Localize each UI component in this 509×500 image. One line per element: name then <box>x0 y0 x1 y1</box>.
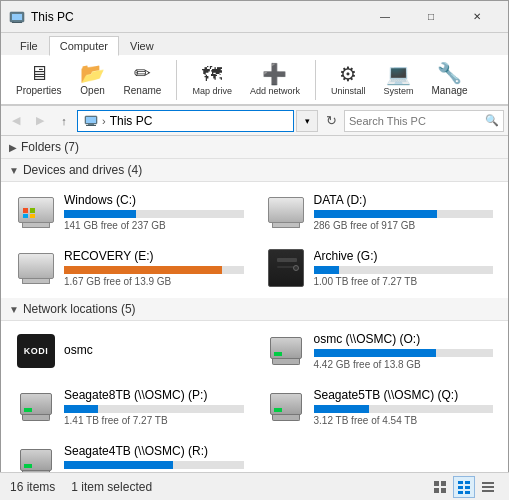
maximize-button[interactable]: □ <box>408 1 454 33</box>
svg-rect-10 <box>434 488 439 493</box>
title-bar: This PC — □ ✕ <box>1 1 508 33</box>
back-button[interactable]: ◀ <box>5 110 27 132</box>
system-props-label: System <box>383 86 413 96</box>
ribbon: File Computer View 🖥 Properties 📂 Open ✏… <box>1 33 508 106</box>
svg-rect-8 <box>434 481 439 486</box>
drive-name-kodi: osmc <box>64 343 244 357</box>
drive-info-p: Seagate8TB (\\OSMC) (P:) 1.41 TB free of… <box>64 388 244 426</box>
folders-section-header[interactable]: ▶ Folders (7) <box>1 136 508 159</box>
drive-icon-e <box>16 251 56 285</box>
drive-icon-g <box>266 251 306 285</box>
devices-chevron: ▼ <box>9 165 19 176</box>
status-item-count: 16 items <box>10 480 55 494</box>
address-dropdown[interactable]: ▾ <box>296 110 318 132</box>
drive-name-r: Seagate4TB (\\OSMC) (R:) <box>64 444 244 458</box>
tab-view[interactable]: View <box>119 35 165 55</box>
svg-rect-13 <box>465 481 470 484</box>
drive-bar-bg-g <box>314 266 494 274</box>
properties-label: Properties <box>16 85 62 96</box>
rename-label: Rename <box>124 85 162 96</box>
uninstall-button[interactable]: ⚙ Uninstall <box>324 60 373 100</box>
status-selected: 1 item selected <box>71 480 413 494</box>
system-props-button[interactable]: 💻 System <box>376 60 420 100</box>
rename-button[interactable]: ✏ Rename <box>117 59 169 100</box>
drive-free-p: 1.41 TB free of 7.27 TB <box>64 415 244 426</box>
svg-rect-14 <box>458 486 463 489</box>
drive-bar-bg-r <box>64 461 244 469</box>
network-seagate5-q[interactable]: Seagate5TB (\\OSMC) (Q:) 3.12 TB free of… <box>259 381 501 433</box>
close-button[interactable]: ✕ <box>454 1 500 33</box>
drive-bar-fill-e <box>64 266 222 274</box>
address-bar: ◀ ▶ ↑ › This PC ▾ ↻ 🔍 <box>1 106 508 136</box>
drive-bar-fill-d <box>314 210 438 218</box>
drive-icon-kodi: KODI <box>16 334 56 368</box>
drive-name-q: Seagate5TB (\\OSMC) (Q:) <box>314 388 494 402</box>
drive-windows-c[interactable]: Windows (C:) 141 GB free of 237 GB <box>9 186 251 238</box>
svg-rect-17 <box>465 491 470 494</box>
ribbon-sep-1 <box>176 60 177 100</box>
devices-section-header[interactable]: ▼ Devices and drives (4) <box>1 159 508 182</box>
drive-bar-fill-q <box>314 405 370 413</box>
folders-chevron: ▶ <box>9 142 17 153</box>
search-box[interactable]: 🔍 <box>344 110 504 132</box>
drive-info-c: Windows (C:) 141 GB free of 237 GB <box>64 193 244 231</box>
drive-data-d[interactable]: DATA (D:) 286 GB free of 917 GB <box>259 186 501 238</box>
drive-name-g: Archive (G:) <box>314 249 494 263</box>
add-network-button[interactable]: ➕ Add network <box>243 60 307 100</box>
drive-icon-p <box>16 390 56 424</box>
network-label: Network locations (5) <box>23 302 136 316</box>
tab-computer[interactable]: Computer <box>49 36 119 56</box>
network-seagate4-r[interactable]: Seagate4TB (\\OSMC) (R:) 1.43 TB free of… <box>9 437 251 474</box>
tab-file[interactable]: File <box>9 35 49 55</box>
minimize-button[interactable]: — <box>362 1 408 33</box>
properties-button[interactable]: 🖥 Properties <box>9 59 69 100</box>
drive-name-o: osmc (\\OSMC) (O:) <box>314 332 494 346</box>
drive-archive-g[interactable]: Archive (G:) 1.00 TB free of 7.27 TB <box>259 242 501 294</box>
network-osmc-o[interactable]: osmc (\\OSMC) (O:) 4.42 GB free of 13.8 … <box>259 325 501 377</box>
drive-free-g: 1.00 TB free of 7.27 TB <box>314 276 494 287</box>
drive-icon-r <box>16 446 56 474</box>
search-icon: 🔍 <box>485 114 499 127</box>
ribbon-sep-2 <box>315 60 316 100</box>
up-button[interactable]: ↑ <box>53 110 75 132</box>
svg-rect-15 <box>465 486 470 489</box>
devices-label: Devices and drives (4) <box>23 163 142 177</box>
kodi-logo: KODI <box>17 334 55 368</box>
refresh-button[interactable]: ↻ <box>320 110 342 132</box>
address-input[interactable]: › This PC <box>77 110 294 132</box>
network-seagate8-p[interactable]: Seagate8TB (\\OSMC) (P:) 1.41 TB free of… <box>9 381 251 433</box>
view-large-icons-button[interactable] <box>429 476 451 498</box>
add-network-label: Add network <box>250 86 300 96</box>
drive-free-d: 286 GB free of 917 GB <box>314 220 494 231</box>
drive-free-q: 3.12 TB free of 4.54 TB <box>314 415 494 426</box>
ribbon-tabs: File Computer View <box>1 33 508 55</box>
open-button[interactable]: 📂 Open <box>73 59 113 100</box>
drive-bar-fill-p <box>64 405 98 413</box>
manage-button[interactable]: 🔧 Manage <box>424 59 474 100</box>
drive-icon-q <box>266 390 306 424</box>
drive-bar-fill-g <box>314 266 339 274</box>
large-icons-icon <box>433 480 447 494</box>
map-drive-button[interactable]: 🗺 Map drive <box>185 60 239 100</box>
network-osmc-kodi[interactable]: KODI osmc <box>9 325 251 377</box>
uninstall-icon: ⚙ <box>339 64 357 84</box>
svg-rect-19 <box>482 486 494 488</box>
view-details-button[interactable] <box>477 476 499 498</box>
svg-rect-11 <box>441 488 446 493</box>
forward-button[interactable]: ▶ <box>29 110 51 132</box>
ribbon-content: 🖥 Properties 📂 Open ✏ Rename 🗺 Map drive… <box>1 55 508 105</box>
properties-icon: 🖥 <box>29 63 49 83</box>
drive-bar-bg-e <box>64 266 244 274</box>
drive-info-g: Archive (G:) 1.00 TB free of 7.27 TB <box>314 249 494 287</box>
map-drive-label: Map drive <box>192 86 232 96</box>
drive-bar-fill-o <box>314 349 436 357</box>
network-section-header[interactable]: ▼ Network locations (5) <box>1 298 508 321</box>
network-chevron: ▼ <box>9 304 19 315</box>
search-input[interactable] <box>349 115 485 127</box>
svg-rect-12 <box>458 481 463 484</box>
drive-icon-c <box>16 195 56 229</box>
drive-icon-o <box>266 334 306 368</box>
window-title: This PC <box>31 10 362 24</box>
drive-recovery-e[interactable]: RECOVERY (E:) 1.67 GB free of 13.9 GB <box>9 242 251 294</box>
view-tiles-button[interactable] <box>453 476 475 498</box>
